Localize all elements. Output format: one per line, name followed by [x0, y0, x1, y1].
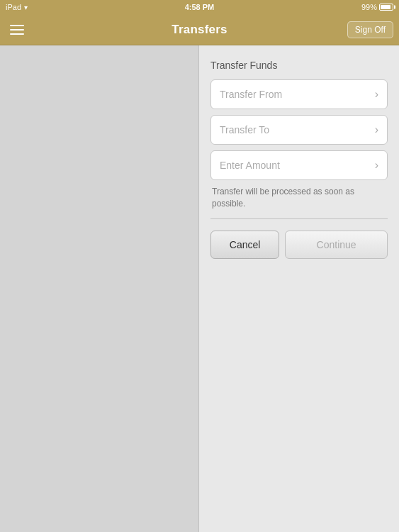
enter-amount-label: Enter Amount [220, 160, 280, 171]
status-time: 4:58 PM [185, 3, 215, 11]
sidebar-panel [0, 45, 199, 532]
status-left: iPad ▾ [6, 3, 28, 11]
hamburger-line-2 [10, 29, 24, 31]
battery-percent: 99% [361, 3, 377, 11]
nav-bar: Transfers Sign Off [0, 14, 399, 45]
status-bar: iPad ▾ 4:58 PM 99% [0, 0, 399, 14]
hamburger-line-1 [10, 25, 24, 26]
transfer-to-label: Transfer To [220, 124, 269, 135]
transfer-from-label: Transfer From [220, 89, 282, 100]
sign-off-button[interactable]: Sign Off [347, 21, 393, 38]
continue-button[interactable]: Continue [285, 231, 388, 259]
main-layout: Transfer Funds Transfer From › Transfer … [0, 45, 399, 532]
menu-button[interactable] [6, 18, 28, 41]
cancel-button[interactable]: Cancel [210, 231, 279, 259]
button-row: Cancel Continue [210, 231, 388, 259]
page-title: Transfers [172, 23, 227, 37]
carrier-label: iPad [6, 3, 21, 11]
hamburger-line-3 [10, 33, 24, 35]
divider [210, 218, 388, 219]
content-panel: Transfer Funds Transfer From › Transfer … [199, 45, 399, 532]
enter-amount-chevron-icon: › [375, 159, 378, 172]
transfer-from-field[interactable]: Transfer From › [210, 79, 388, 109]
section-title: Transfer Funds [210, 60, 388, 71]
helper-text: Transfer will be processed as soon as po… [210, 186, 388, 210]
enter-amount-field[interactable]: Enter Amount › [210, 150, 388, 180]
status-right: 99% [361, 3, 393, 11]
transfer-from-chevron-icon: › [375, 88, 378, 101]
battery-icon [379, 4, 393, 11]
transfer-to-chevron-icon: › [375, 123, 378, 136]
transfer-to-field[interactable]: Transfer To › [210, 115, 388, 145]
wifi-icon: ▾ [24, 4, 28, 11]
